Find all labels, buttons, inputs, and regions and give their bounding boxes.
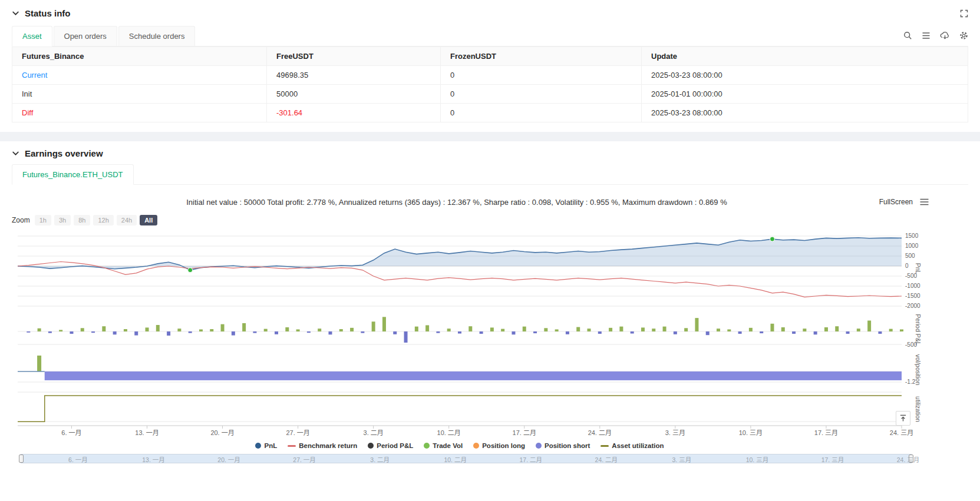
settings-gear-icon[interactable] bbox=[959, 31, 968, 40]
axis-title-vol-position: vol/position bbox=[915, 354, 922, 385]
y-tick-label: -1500 bbox=[905, 293, 920, 299]
navigator-tick-label: 20. 一月 bbox=[217, 455, 240, 464]
y-tick-label: 1500 bbox=[905, 233, 919, 239]
period-p-l-bar bbox=[576, 327, 580, 331]
tab-futures-binance-eth-usdt[interactable]: Futures_Binance.ETH_USDT bbox=[12, 164, 134, 185]
period-p-l-bar bbox=[641, 327, 645, 331]
chart-menu-icon[interactable] bbox=[920, 198, 929, 205]
fullscreen-icon[interactable] bbox=[960, 9, 968, 18]
tab-asset[interactable]: Asset bbox=[12, 26, 52, 47]
tab-open-orders[interactable]: Open orders bbox=[54, 26, 117, 46]
period-p-l-bar bbox=[350, 328, 354, 331]
legend-item-benchmark-return[interactable]: Benchmark return bbox=[288, 442, 357, 449]
period-p-l-bar bbox=[253, 331, 256, 333]
period-p-l-bar bbox=[167, 331, 170, 336]
zoom-button-all[interactable]: All bbox=[140, 215, 157, 225]
back-to-top-button[interactable] bbox=[896, 411, 910, 426]
legend-label: Position long bbox=[482, 442, 525, 449]
period-p-l-bar bbox=[555, 329, 559, 331]
period-p-l-bar bbox=[781, 327, 785, 331]
column-header-frozenusdt: FrozenUSDT bbox=[441, 47, 642, 66]
period-p-l-bar bbox=[588, 329, 591, 331]
section-divider bbox=[0, 132, 980, 141]
period-p-l-bar bbox=[835, 326, 839, 331]
x-tick-label: 17. 三月 bbox=[814, 429, 838, 436]
period-p-l-bar bbox=[706, 331, 710, 335]
navigator-handle-left[interactable] bbox=[19, 454, 24, 463]
period-p-l-bar bbox=[48, 331, 52, 333]
period-p-l-bar bbox=[512, 331, 515, 334]
fullscreen-button[interactable]: FullScreen bbox=[879, 198, 913, 206]
table-cell: 2025-03-23 08:00:00 bbox=[642, 66, 968, 85]
x-tick-label: 20. 一月 bbox=[210, 429, 234, 436]
period-p-l-bar bbox=[857, 329, 860, 331]
earnings-overview-card: Earnings overview Futures_Binance.ETH_US… bbox=[0, 141, 980, 473]
chart-navigator[interactable]: 6. 一月13. 一月20. 一月27. 一月3. 二月10. 二月17. 二月… bbox=[21, 454, 912, 463]
legend-label: Asset utilization bbox=[612, 442, 664, 449]
legend-marker-icon bbox=[368, 443, 374, 449]
period-p-l-bar bbox=[652, 329, 655, 331]
navigator-tick-label: 10. 三月 bbox=[746, 455, 769, 464]
table-cell: 0 bbox=[441, 85, 642, 104]
period-p-l-bar bbox=[199, 329, 203, 331]
table-cell: 0 bbox=[441, 66, 642, 85]
tab-schedule-orders[interactable]: Schedule orders bbox=[118, 26, 196, 46]
row-label-diff: Diff bbox=[12, 104, 267, 122]
period-p-l-bar bbox=[102, 326, 105, 331]
x-tick-label: 10. 三月 bbox=[739, 429, 763, 436]
trade-marker-icon bbox=[188, 268, 193, 273]
period-p-l-bar bbox=[328, 331, 332, 334]
zoom-button-24h[interactable]: 24h bbox=[117, 215, 137, 225]
table-cell: 0 bbox=[441, 104, 642, 122]
collapse-chevron-icon[interactable] bbox=[12, 9, 19, 17]
collapse-chevron-icon[interactable] bbox=[12, 150, 19, 157]
zoom-label: Zoom bbox=[12, 216, 30, 224]
column-header-update: Update bbox=[642, 47, 968, 66]
navigator-tick-label: 10. 二月 bbox=[444, 455, 467, 464]
legend-item-period-p-l[interactable]: Period P&L bbox=[368, 442, 413, 449]
legend-label: Benchmark return bbox=[299, 442, 357, 449]
x-tick-label: 6. 一月 bbox=[61, 429, 81, 436]
period-p-l-bar bbox=[523, 327, 526, 331]
zoom-button-8h[interactable]: 8h bbox=[74, 215, 90, 225]
axis-title-period-p-l: Period P&L bbox=[915, 314, 922, 345]
legend-item-position-short[interactable]: Position short bbox=[536, 442, 590, 449]
status-tabs-bar: AssetOpen ordersSchedule orders bbox=[12, 26, 968, 47]
navigator-tick-label: 17. 三月 bbox=[821, 455, 844, 464]
period-p-l-bar bbox=[285, 327, 289, 331]
period-p-l-bar bbox=[631, 331, 634, 334]
period-p-l-bar bbox=[792, 331, 796, 334]
navigator-tick-label: 17. 二月 bbox=[519, 455, 542, 464]
row-label-current[interactable]: Current bbox=[12, 66, 267, 85]
legend-item-pnl[interactable]: PnL bbox=[255, 442, 277, 449]
period-p-l-bar bbox=[372, 321, 375, 331]
chart-plot-area[interactable]: 150010005000-500-1000-1500-2000-500-1.20… bbox=[18, 230, 925, 437]
period-p-l-bar bbox=[156, 325, 160, 331]
legend-item-trade-vol[interactable]: Trade Vol bbox=[424, 442, 463, 449]
period-p-l-bar bbox=[318, 329, 321, 331]
y-tick-label: -2000 bbox=[905, 303, 920, 309]
period-p-l-bar bbox=[361, 331, 364, 333]
period-p-l-bar bbox=[770, 324, 774, 331]
search-icon[interactable] bbox=[903, 31, 912, 40]
table-cell: 50000 bbox=[267, 85, 441, 104]
period-p-l-bar bbox=[598, 331, 602, 334]
legend-item-asset-utilization[interactable]: Asset utilization bbox=[600, 442, 664, 449]
density-icon[interactable] bbox=[922, 31, 930, 40]
period-p-l-bar bbox=[425, 325, 429, 331]
zoom-button-12h[interactable]: 12h bbox=[93, 215, 113, 225]
period-p-l-bar bbox=[458, 331, 461, 334]
period-p-l-bar bbox=[727, 329, 731, 331]
stats-row: Initial net value : 50000 Total profit: … bbox=[12, 198, 931, 210]
legend-item-position-long[interactable]: Position long bbox=[473, 442, 525, 449]
navigator-tick-label: 24. 二月 bbox=[595, 455, 618, 464]
zoom-button-3h[interactable]: 3h bbox=[54, 215, 71, 225]
zoom-button-1h[interactable]: 1h bbox=[35, 215, 51, 225]
earnings-tabs-bar: Futures_Binance.ETH_USDT bbox=[12, 164, 968, 185]
x-tick-label: 3. 二月 bbox=[364, 429, 384, 436]
status-info-card: Status info AssetOpen ordersSchedule ord… bbox=[0, 0, 980, 132]
legend-marker-icon bbox=[255, 443, 261, 449]
cloud-download-icon[interactable] bbox=[940, 31, 950, 40]
earnings-chart[interactable]: 150010005000-500-1000-1500-2000-500-1.20… bbox=[12, 230, 955, 437]
chart-legend: PnLBenchmark returnPeriod P&LTrade VolPo… bbox=[12, 442, 908, 449]
